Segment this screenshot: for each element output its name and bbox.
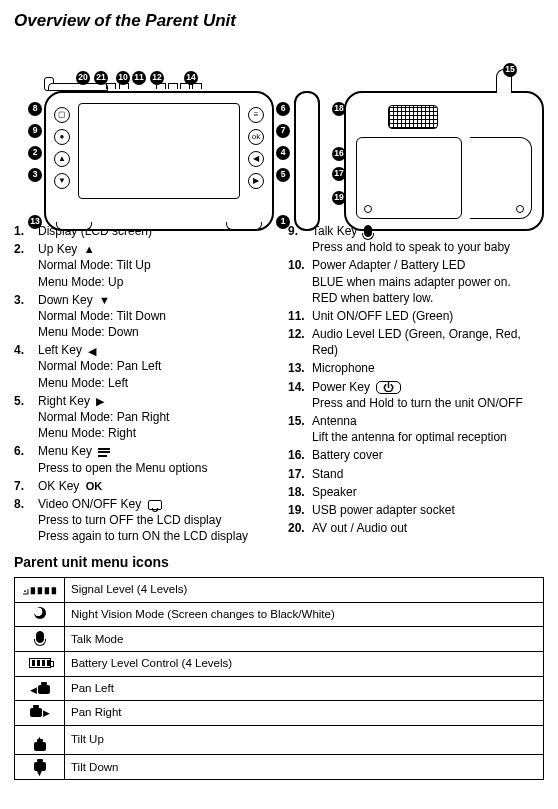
callout-12: 12 (150, 71, 164, 85)
feature-name: Video ON/OFF Key (38, 497, 141, 511)
table-row: Night Vision Mode (Screen changes to Bla… (15, 602, 544, 627)
feature-number: 20. (288, 520, 312, 536)
feature-name: Power Key (312, 380, 370, 394)
table-row: Talk Mode (15, 627, 544, 652)
feature-number: 10. (288, 257, 312, 306)
device-side-view (294, 91, 320, 231)
feature-desc: Press again to turn ON the LCD display (38, 528, 270, 544)
feature-desc: RED when battery low. (312, 290, 544, 306)
callout-11: 11 (132, 71, 146, 85)
feature-name: Menu Key (38, 444, 92, 458)
feature-item: 5.Right Key ▶Normal Mode: Pan RightMenu … (14, 393, 270, 442)
feature-item: 3.Down Key ▼Normal Mode: Tilt DownMenu M… (14, 292, 270, 341)
feature-desc: Normal Mode: Pan Right (38, 409, 270, 425)
feature-number: 13. (288, 360, 312, 376)
feature-item: 20.AV out / Audio out (288, 520, 544, 536)
callout-8: 8 (28, 102, 42, 116)
feature-item: 7.OK Key OK (14, 478, 270, 494)
callout-16: 16 (332, 147, 346, 161)
feature-number: 2. (14, 241, 38, 290)
callout-19: 19 (332, 191, 346, 205)
feature-number: 3. (14, 292, 38, 341)
callout-5: 5 (276, 168, 290, 182)
callout-14: 14 (184, 71, 198, 85)
feature-desc: Press and hold to speak to your baby (312, 239, 544, 255)
feature-desc: Menu Mode: Up (38, 274, 270, 290)
tilt-up-icon: ▲ (34, 737, 46, 751)
feature-item: 19.USB power adapter socket (288, 502, 544, 518)
table-row: ◀Pan Left (15, 676, 544, 701)
feature-item: 16.Battery cover (288, 447, 544, 463)
feature-item: 6.Menu Key Press to open the Menu option… (14, 443, 270, 475)
feature-item: 4.Left Key ◀Normal Mode: Pan LeftMenu Mo… (14, 342, 270, 391)
feature-number: 18. (288, 484, 312, 500)
callout-6: 6 (276, 102, 290, 116)
feature-desc: Menu Mode: Down (38, 324, 270, 340)
icon-label: Pan Left (65, 676, 544, 701)
icon-label: Tilt Up (65, 725, 544, 754)
feature-name: Antenna (312, 414, 357, 428)
feature-desc: Normal Mode: Pan Left (38, 358, 270, 374)
page-title: Overview of the Parent Unit (14, 10, 544, 33)
feature-name: Up Key (38, 242, 77, 256)
feature-desc: BLUE when mains adapter power on. (312, 274, 544, 290)
device-front-view: ▢ ● ▲ ▼ ≡ ok ◀ ▶ (44, 91, 274, 231)
callout-9: 9 (28, 124, 42, 138)
feature-number: 5. (14, 393, 38, 442)
feature-name: AV out / Audio out (312, 521, 407, 535)
icon-label: Pan Right (65, 701, 544, 726)
feature-name: Microphone (312, 361, 375, 375)
feature-item: 14.Power Key ⏻Press and Hold to turn the… (288, 379, 544, 411)
callout-21: 21 (94, 71, 108, 85)
feature-name: Stand (312, 467, 343, 481)
feature-name: OK Key (38, 479, 79, 493)
table-row: ⟓▮▮▮▮Signal Level (4 Levels) (15, 578, 544, 603)
feature-desc: Normal Mode: Tilt Down (38, 308, 270, 324)
icon-label: Night Vision Mode (Screen changes to Bla… (65, 602, 544, 627)
device-back-view (344, 91, 544, 231)
table-row: ▲Tilt Up (15, 725, 544, 754)
feature-number: 12. (288, 326, 312, 358)
tilt-down-icon: ▼ (34, 762, 46, 776)
device-diagram: ▢ ● ▲ ▼ ≡ ok ◀ ▶ 8 9 2 3 13 6 7 4 5 1 20… (14, 39, 544, 219)
feature-item: 15.Antenna Lift the antenna for optimal … (288, 413, 544, 445)
feature-item: 17.Stand (288, 466, 544, 482)
feature-desc: Press and Hold to turn the unit ON/OFF (312, 395, 544, 411)
table-row: Battery Level Control (4 Levels) (15, 652, 544, 677)
feature-desc: Lift the antenna for optimal reception (312, 429, 544, 445)
feature-name: USB power adapter socket (312, 503, 455, 517)
feature-name: Down Key (38, 293, 93, 307)
feature-item: 2.Up Key ▲Normal Mode: Tilt UpMenu Mode:… (14, 241, 270, 290)
feature-item: 8.Video ON/OFF Key Press to turn OFF the… (14, 496, 270, 545)
signal-icon: ⟓▮▮▮▮ (22, 582, 57, 597)
feature-number: 15. (288, 413, 312, 445)
feature-desc: Normal Mode: Tilt Up (38, 257, 270, 273)
callout-13: 13 (28, 215, 42, 229)
icon-label: Talk Mode (65, 627, 544, 652)
pan-right-icon: ▶ (30, 707, 50, 719)
feature-desc: Press to open the Menu options (38, 460, 270, 476)
icons-table: ⟓▮▮▮▮Signal Level (4 Levels)Night Vision… (14, 577, 544, 780)
callout-18: 18 (332, 102, 346, 116)
feature-name: Speaker (312, 485, 357, 499)
callout-10: 10 (116, 71, 130, 85)
feature-number: 14. (288, 379, 312, 411)
battery-icon (29, 658, 51, 668)
callout-3: 3 (28, 168, 42, 182)
feature-number: 8. (14, 496, 38, 545)
callout-20: 20 (76, 71, 90, 85)
callout-4: 4 (276, 146, 290, 160)
feature-name: Right Key (38, 394, 90, 408)
icons-subtitle: Parent unit menu icons (14, 553, 544, 572)
mic-icon (36, 631, 44, 643)
icon-label: Tilt Down (65, 755, 544, 780)
feature-name: Left Key (38, 343, 82, 357)
feature-number: 6. (14, 443, 38, 475)
pan-left-icon: ◀ (30, 684, 50, 696)
feature-number: 19. (288, 502, 312, 518)
icon-label: Battery Level Control (4 Levels) (65, 652, 544, 677)
table-row: ▶Pan Right (15, 701, 544, 726)
feature-item: 10.Power Adapter / Battery LED BLUE when… (288, 257, 544, 306)
callout-17: 17 (332, 167, 346, 181)
feature-name: Power Adapter / Battery LED (312, 258, 465, 272)
